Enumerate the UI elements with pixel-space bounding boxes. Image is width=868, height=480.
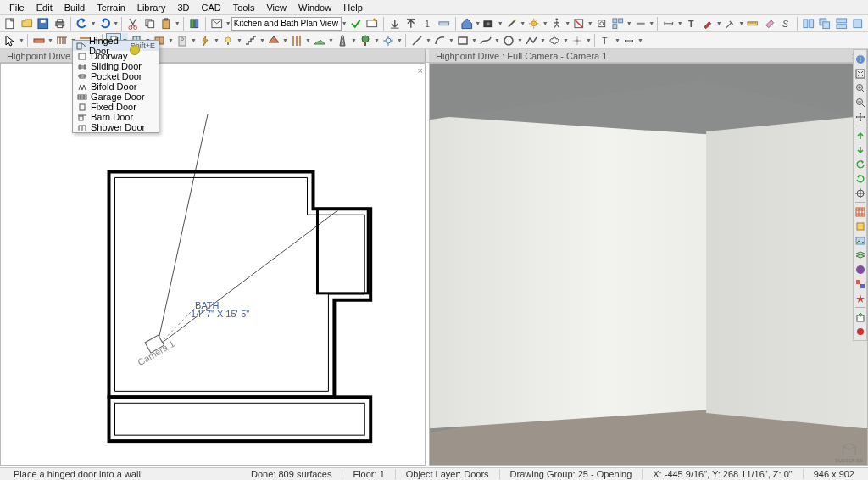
view-selector-dropdown[interactable]: ▼ [342, 16, 348, 31]
light-dropdown[interactable]: ▼ [236, 33, 242, 48]
box-icon[interactable] [455, 33, 470, 48]
menu-help[interactable]: Help [337, 1, 369, 14]
camera-icon[interactable] [481, 16, 497, 31]
road-icon[interactable] [335, 33, 350, 48]
menu-window[interactable]: Window [292, 1, 337, 14]
layout-tool-icon[interactable] [610, 16, 626, 31]
box-dropdown[interactable]: ▼ [471, 33, 477, 48]
copy-icon[interactable] [142, 16, 158, 31]
door-menu-hinged-door[interactable]: Hinged DoorShift+E [73, 41, 159, 51]
plant-dropdown[interactable]: ▼ [374, 33, 380, 48]
plate-icon[interactable] [633, 16, 648, 31]
plan-view-pane[interactable]: Camera 1 BATH 14'-7" X 15'-5" × [0, 63, 426, 466]
line-dropdown[interactable]: ▼ [426, 33, 431, 48]
floor-ref-icon[interactable] [437, 16, 452, 31]
floor-up-icon[interactable] [403, 16, 419, 31]
tab-plan-view[interactable]: Highpoint Drive : Kitchen an [0, 49, 426, 62]
electrical-dropdown[interactable]: ▼ [214, 33, 220, 48]
plant-icon[interactable] [358, 33, 373, 48]
framing-icon[interactable] [289, 33, 304, 48]
env-icon[interactable] [854, 263, 866, 276]
layout-dropdown[interactable]: ▼ [626, 16, 632, 31]
rotate-right-icon[interactable] [854, 172, 866, 185]
info-icon[interactable]: i [854, 53, 866, 65]
redo-icon[interactable] [97, 16, 113, 31]
sun-icon[interactable] [526, 16, 542, 31]
library-icon[interactable] [187, 16, 203, 31]
arc-dropdown[interactable]: ▼ [448, 33, 454, 48]
window-cascade-icon[interactable] [817, 16, 832, 31]
ruler-icon[interactable] [745, 16, 760, 31]
save-icon[interactable] [36, 16, 51, 31]
circle-dropdown[interactable]: ▼ [517, 33, 523, 48]
color-dropdown[interactable]: ▼ [716, 16, 722, 31]
light-icon[interactable] [220, 33, 236, 48]
framing-dropdown[interactable]: ▼ [305, 33, 311, 48]
material-icon[interactable] [854, 277, 866, 290]
door-menu-bifold-door[interactable]: Bifold Door [73, 81, 159, 92]
pan-icon[interactable] [854, 110, 866, 123]
view-dropdown[interactable]: ▼ [225, 16, 231, 31]
stair-dropdown[interactable]: ▼ [259, 33, 265, 48]
cabinet-dropdown[interactable]: ▼ [168, 33, 174, 48]
menu-cad[interactable]: CAD [195, 1, 226, 14]
move-up-icon[interactable] [854, 129, 866, 142]
view-selector-input[interactable] [231, 17, 342, 31]
wall-dropdown[interactable]: ▼ [47, 33, 53, 48]
stair-icon[interactable] [243, 33, 259, 48]
polyline-icon[interactable] [524, 33, 539, 48]
door-menu-doorway[interactable]: Doorway [73, 51, 159, 61]
wand-dropdown[interactable]: ▼ [520, 16, 526, 31]
door-menu-garage-door[interactable]: Garage Door [73, 92, 159, 102]
rotate-left-icon[interactable] [854, 158, 866, 170]
menu-tools[interactable]: Tools [227, 1, 261, 14]
menu-edit[interactable]: Edit [31, 1, 58, 14]
zoom-in-icon[interactable] [854, 81, 866, 94]
print-icon[interactable] [53, 16, 68, 31]
sprinkler-dropdown[interactable]: ▼ [397, 33, 403, 48]
road-dropdown[interactable]: ▼ [351, 33, 357, 48]
window-swap-icon[interactable] [834, 16, 849, 31]
script-icon[interactable]: S [778, 16, 793, 31]
floor-down-icon[interactable] [387, 16, 403, 31]
elevation-icon[interactable] [594, 16, 609, 31]
circle-icon[interactable] [501, 33, 516, 48]
snap-icon[interactable] [854, 220, 866, 232]
image-icon[interactable] [854, 234, 866, 247]
export-icon[interactable] [854, 310, 866, 323]
section-icon[interactable] [571, 16, 587, 31]
tab-camera-view[interactable]: Highpoint Drive : Full Camera - Camera 1… [429, 49, 868, 62]
appliance-icon[interactable] [175, 33, 190, 48]
door-menu-fixed-door[interactable]: Fixed Door [73, 102, 159, 112]
dim-tool-dropdown[interactable]: ▼ [637, 33, 643, 48]
close-icon[interactable]: × [418, 65, 423, 75]
text-tool-icon[interactable]: T [598, 33, 614, 48]
dimension-dropdown[interactable]: ▼ [677, 16, 683, 31]
paste-dropdown[interactable]: ▼ [175, 16, 181, 31]
cut-icon[interactable] [125, 16, 141, 31]
move-down-icon[interactable] [854, 143, 866, 156]
sprinkler-icon[interactable] [381, 33, 396, 48]
zoom-out-icon[interactable] [854, 96, 866, 109]
walk-icon[interactable] [549, 16, 565, 31]
door-menu-sliding-door[interactable]: Sliding Door [73, 61, 159, 71]
open-file-icon[interactable] [19, 16, 35, 31]
reference-icon[interactable]: 1 [420, 16, 436, 31]
wall-icon[interactable] [31, 33, 47, 48]
sun-dropdown[interactable]: ▼ [542, 16, 548, 31]
window-single-icon[interactable] [850, 16, 865, 31]
revcloud-dropdown[interactable]: ▼ [563, 33, 569, 48]
terrain-icon[interactable] [312, 33, 327, 48]
spline-dropdown[interactable]: ▼ [494, 33, 500, 48]
door-menu-barn-door[interactable]: Barn Door [73, 112, 159, 122]
window-tile-icon[interactable] [801, 16, 816, 31]
grid-icon[interactable] [854, 205, 866, 218]
undo-dropdown[interactable]: ▼ [91, 16, 97, 31]
zoom-fit-icon[interactable] [854, 67, 866, 80]
menu-3d[interactable]: 3D [171, 1, 195, 14]
menu-file[interactable]: File [3, 1, 31, 14]
camera-view-pane[interactable] [429, 63, 868, 466]
appliance-dropdown[interactable]: ▼ [191, 33, 197, 48]
electrical-icon[interactable] [198, 33, 213, 48]
subscribe-logo[interactable]: SUBSCRIBE [836, 441, 863, 465]
